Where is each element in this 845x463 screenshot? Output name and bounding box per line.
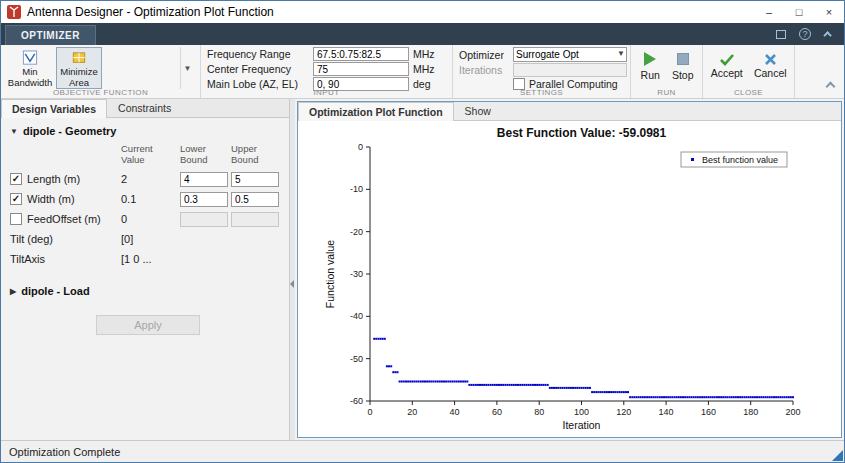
tab-optimizer[interactable]: OPTIMIZER <box>5 25 96 45</box>
svg-text:Best Function Value: -59.0981: Best Function Value: -59.0981 <box>497 126 667 140</box>
svg-text:60: 60 <box>492 407 502 417</box>
accept-check-icon <box>719 52 735 67</box>
svg-text:-30: -30 <box>350 269 363 279</box>
splitter-collapse-icon[interactable] <box>290 280 294 288</box>
svg-text:-60: -60 <box>350 396 363 406</box>
section-label: SETTINGS <box>453 88 630 97</box>
collapse-arrow-icon: ▼ <box>10 127 18 136</box>
tab-show[interactable]: Show <box>454 101 502 120</box>
optimization-chart: Best Function Value: -59.09810-10-20-30-… <box>298 121 841 437</box>
stop-label: Stop <box>672 69 694 81</box>
min-bandwidth-label: Min Bandwidth <box>8 67 52 88</box>
current-value: 0.1 <box>121 193 177 205</box>
lower-bound-input-width[interactable] <box>180 192 228 207</box>
figure-panel: Optimization Plot Function Show Best Fun… <box>297 101 842 438</box>
frequency-range-input[interactable] <box>313 47 409 61</box>
section-close: Accept Cancel CLOSE <box>703 45 795 98</box>
toolstrip-tabbar: OPTIMIZER ? <box>1 23 844 45</box>
svg-text:0: 0 <box>358 142 363 152</box>
svg-text:40: 40 <box>450 407 460 417</box>
minimize-area-icon <box>71 50 87 65</box>
ribbon-collapse-icon[interactable] <box>826 82 836 92</box>
main-area: Design Variables Constraints ▼ dipole - … <box>1 99 844 440</box>
save-layout-icon[interactable] <box>774 27 788 41</box>
svg-text:180: 180 <box>743 407 758 417</box>
variable-checkbox-0[interactable] <box>10 173 22 185</box>
geometry-section-header[interactable]: ▼ dipole - Geometry <box>10 125 280 137</box>
variable-label: Length (m) <box>27 173 80 185</box>
svg-text:-50: -50 <box>350 354 363 364</box>
col-upper-bound: Upper Bound <box>231 143 279 165</box>
svg-text:0: 0 <box>367 407 372 417</box>
design-variables-panel: Design Variables Constraints ▼ dipole - … <box>1 99 290 440</box>
stop-button[interactable]: Stop <box>670 47 697 87</box>
maximize-button[interactable]: □ <box>784 1 814 23</box>
svg-text:80: 80 <box>534 407 544 417</box>
apply-button[interactable]: Apply <box>96 315 200 335</box>
titlebar: Antenna Designer - Optimization Plot Fun… <box>1 1 844 23</box>
minimize-button[interactable]: – <box>754 1 784 23</box>
tab-optimization-plot-function[interactable]: Optimization Plot Function <box>298 102 454 121</box>
plot-panel-container: Optimization Plot Function Show Best Fun… <box>295 99 844 440</box>
variable-checkbox-1[interactable] <box>10 193 22 205</box>
plot-area: Best Function Value: -59.09810-10-20-30-… <box>298 121 841 437</box>
run-button[interactable]: Run <box>637 47 664 87</box>
cancel-x-icon <box>763 52 778 67</box>
section-label: INPUT <box>201 88 452 97</box>
close-button[interactable]: × <box>814 1 844 23</box>
ribbon-spacer <box>795 45 844 98</box>
svg-text:-40: -40 <box>350 311 363 321</box>
help-icon[interactable]: ? <box>798 27 812 41</box>
section-objective-function: Min Bandwidth Minimize Area ▼ OBJECTIVE … <box>1 45 201 98</box>
variable-label: TiltAxis <box>10 253 45 265</box>
stop-icon <box>677 53 689 65</box>
minimize-area-label: Minimize Area <box>57 67 101 88</box>
variables-header-row: Current Value Lower Bound Upper Bound <box>10 143 280 165</box>
svg-text:120: 120 <box>616 407 631 417</box>
frequency-range-unit: MHz <box>413 48 439 60</box>
app-window: Antenna Designer - Optimization Plot Fun… <box>0 0 845 463</box>
optimizer-label: Optimizer <box>459 49 509 61</box>
min-bandwidth-button[interactable]: Min Bandwidth <box>7 47 53 89</box>
panel-splitter[interactable] <box>290 99 295 440</box>
upper-bound-input-width[interactable] <box>231 192 279 207</box>
center-frequency-label: Center Frequency <box>207 63 309 75</box>
plot-panel-tabs: Optimization Plot Function Show <box>298 102 841 121</box>
geometry-section-label: dipole - Geometry <box>23 125 117 137</box>
section-label: OBJECTIVE FUNCTION <box>1 88 200 97</box>
variable-row-tilt: Tilt (deg) [0] <box>10 229 280 249</box>
center-frequency-input[interactable] <box>313 62 409 76</box>
min-bandwidth-icon <box>22 50 38 65</box>
accept-button[interactable]: Accept <box>709 47 745 87</box>
svg-text:Iteration: Iteration <box>563 419 601 431</box>
current-value: [0] <box>121 233 279 245</box>
resize-grip-icon[interactable] <box>832 450 843 461</box>
load-section-label: dipole - Load <box>21 285 89 297</box>
tab-constraints[interactable]: Constraints <box>107 98 182 117</box>
svg-text:140: 140 <box>659 407 674 417</box>
upper-bound-input-length[interactable] <box>231 172 279 187</box>
col-current-value: Current Value <box>121 143 177 165</box>
lower-bound-input-length[interactable] <box>180 172 228 187</box>
run-icon <box>644 52 656 66</box>
left-panel-tabs: Design Variables Constraints <box>1 99 289 118</box>
statusbar: Optimization Complete <box>1 440 844 462</box>
variable-label: Width (m) <box>27 193 75 205</box>
load-section-header[interactable]: ▶ dipole - Load <box>10 285 280 297</box>
svg-text:160: 160 <box>701 407 716 417</box>
tab-design-variables[interactable]: Design Variables <box>1 99 107 118</box>
ribbon: Min Bandwidth Minimize Area ▼ OBJECTIVE … <box>1 45 844 99</box>
minimize-area-button[interactable]: Minimize Area <box>56 47 102 89</box>
optimizer-select[interactable]: Surrogate Opt <box>513 47 627 62</box>
variable-checkbox-2[interactable] <box>10 213 22 225</box>
variable-row-width: Width (m) 0.1 <box>10 189 280 209</box>
section-settings: Optimizer Surrogate Opt ▼ Iterations Par… <box>453 45 631 98</box>
objective-gallery-dropdown[interactable]: ▼ <box>180 47 194 89</box>
current-value: [1 0 ... <box>121 253 279 265</box>
toolstrip-collapse-icon[interactable] <box>822 27 836 41</box>
col-lower-bound: Lower Bound <box>180 143 228 165</box>
cancel-button[interactable]: Cancel <box>753 47 789 87</box>
status-message: Optimization Complete <box>9 446 120 458</box>
section-label: RUN <box>631 88 702 97</box>
section-input: Frequency Range MHz Center Frequency MHz… <box>201 45 453 98</box>
